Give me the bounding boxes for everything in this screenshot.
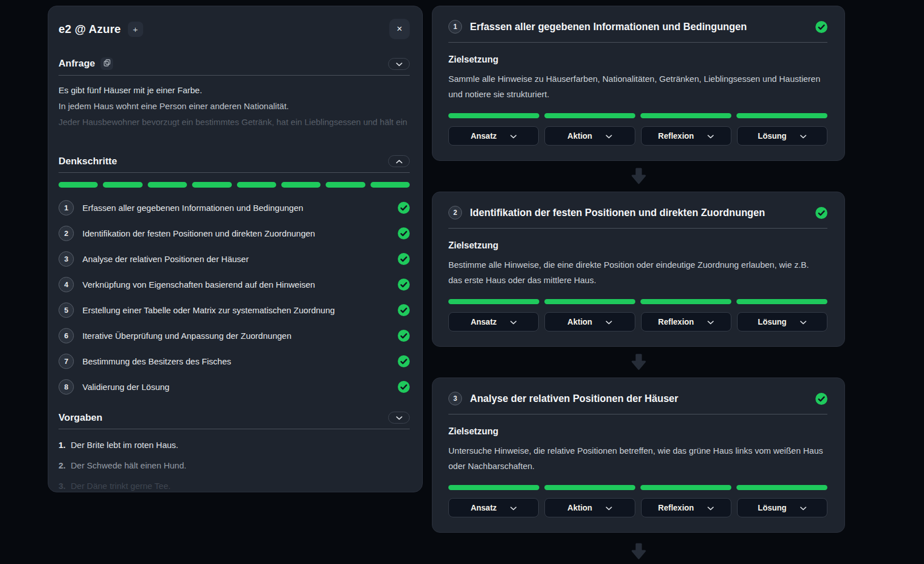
list-item[interactable]: 1 Erfassen aller gegebenen Informationen… [59, 200, 410, 215]
rule-text: Der Brite lebt im roten Haus. [71, 437, 178, 453]
dropdown-label: Reflexion [658, 131, 694, 140]
loesung-dropdown[interactable]: Lösung [737, 498, 827, 517]
card-title: Erfassen aller gegebenen Informationen u… [470, 21, 808, 33]
chevron-down-icon [800, 131, 806, 140]
step-label: Iterative Überprüfung und Anpassung der … [82, 331, 389, 341]
chevron-down-icon [606, 317, 612, 326]
progress-segment [544, 299, 635, 304]
check-icon [398, 253, 410, 265]
add-button[interactable]: + [128, 22, 143, 37]
divider [59, 429, 410, 429]
dropdown-label: Lösung [758, 503, 787, 512]
step-label: Verknüpfung von Eigenschaften basierend … [82, 280, 389, 289]
chevron-down-icon [396, 60, 402, 68]
dropdown-label: Ansatz [471, 317, 497, 326]
copy-button[interactable] [101, 57, 113, 70]
list-item[interactable]: 6 Iterative Überprüfung und Anpassung de… [59, 328, 410, 343]
chevron-down-icon [606, 131, 612, 140]
step-number-badge: 2 [59, 226, 74, 241]
rule-number: 2. [59, 458, 66, 474]
rule-number: 3. [59, 478, 66, 492]
check-icon [398, 304, 410, 316]
progress-segment [281, 182, 321, 188]
close-button[interactable]: × [389, 19, 410, 39]
list-item[interactable]: 5 Erstellung einer Tabelle oder Matrix z… [59, 302, 410, 318]
dropdown-label: Lösung [758, 317, 787, 326]
card-title: Identifikation der festen Positionen und… [470, 207, 808, 219]
progress-segment [736, 299, 827, 304]
list-item[interactable]: 2 Identifikation der festen Positionen u… [59, 226, 410, 241]
divider [448, 42, 827, 43]
ansatz-dropdown[interactable]: Ansatz [448, 312, 539, 331]
reflexion-dropdown[interactable]: Reflexion [641, 498, 731, 517]
chevron-down-icon [800, 317, 806, 326]
card-description: Sammle alle Hinweise zu Häuserfarben, Na… [448, 71, 823, 102]
close-icon: × [397, 23, 402, 35]
chevron-up-icon [396, 157, 402, 165]
divider [59, 75, 410, 76]
progress-segment [448, 485, 539, 490]
loesung-dropdown[interactable]: Lösung [737, 126, 827, 146]
chevron-down-icon [707, 503, 714, 512]
progress-segment [192, 182, 231, 188]
ansatz-dropdown[interactable]: Ansatz [448, 126, 539, 146]
dropdown-label: Aktion [568, 317, 593, 326]
loesung-dropdown[interactable]: Lösung [737, 312, 827, 331]
collapse-vorgaben-button[interactable] [388, 412, 410, 424]
reflexion-dropdown[interactable]: Reflexion [641, 312, 731, 331]
flow-column: 1 Erfassen aller gegebenen Informationen… [432, 6, 845, 560]
progress-segment [448, 113, 539, 118]
card-header: 1 Erfassen aller gegebenen Informationen… [448, 20, 827, 34]
divider [448, 414, 827, 414]
aktion-dropdown[interactable]: Aktion [544, 126, 635, 146]
step-number-badge: 1 [448, 20, 462, 34]
list-item[interactable]: 7 Bestimmung des Besitzers des Fisches [59, 354, 410, 369]
dropdown-label: Ansatz [471, 131, 497, 140]
card-header: 3 Analyse der relativen Positionen der H… [448, 392, 827, 405]
chevron-down-icon [707, 131, 714, 140]
list-item[interactable]: 3 Analyse der relativen Positionen der H… [59, 251, 410, 267]
dropdown-row: Ansatz Aktion Reflexion Lösung [448, 498, 827, 517]
aktion-dropdown[interactable]: Aktion [544, 498, 635, 517]
zielsetzung-heading: Zielsetzung [448, 240, 827, 251]
reflexion-dropdown[interactable]: Reflexion [641, 126, 731, 146]
step-number-badge: 6 [59, 328, 74, 343]
flow-card-1: 1 Erfassen aller gegebenen Informationen… [432, 6, 845, 161]
dropdown-label: Aktion [568, 131, 593, 140]
arrow-down-icon [630, 161, 647, 192]
zielsetzung-heading: Zielsetzung [448, 55, 827, 65]
chevron-down-icon [396, 413, 402, 422]
step-label: Bestimmung des Besitzers des Fisches [82, 356, 389, 366]
aktion-dropdown[interactable]: Aktion [544, 312, 635, 331]
list-item[interactable]: 8 Validierung der Lösung [59, 379, 410, 395]
step-number-badge: 1 [59, 200, 74, 215]
rule-text: Der Schwede hält einen Hund. [71, 458, 186, 474]
divider [448, 228, 827, 229]
collapse-denkschritte-button[interactable] [388, 155, 410, 167]
flow-card-3: 3 Analyse der relativen Positionen der H… [432, 378, 845, 533]
ansatz-dropdown[interactable]: Ansatz [448, 498, 539, 517]
arrow-down-icon [630, 533, 647, 560]
check-icon [398, 279, 410, 291]
progress-segment [736, 485, 827, 490]
list-item: 1. Der Brite lebt im roten Haus. [59, 437, 410, 453]
section-title: Denkschritte [59, 156, 117, 167]
collapse-anfrage-button[interactable] [388, 58, 410, 70]
check-icon [398, 330, 410, 342]
card-title: Analyse der relativen Positionen der Häu… [470, 393, 808, 405]
progress-segment [371, 182, 410, 188]
rule-text: Der Däne trinkt gerne Tee. [71, 478, 171, 492]
card-description: Untersuche Hinweise, die relative Positi… [448, 443, 823, 474]
step-label: Validierung der Lösung [82, 382, 389, 392]
anfrage-text: Es gibt fünf Häuser mit je einer Farbe. … [59, 82, 410, 140]
rules-list: 1. Der Brite lebt im roten Haus. 2. Der … [59, 437, 410, 492]
progress-segment [103, 182, 142, 188]
chevron-down-icon [707, 317, 714, 326]
section-header-vorgaben: Vorgaben [59, 412, 410, 424]
rule-number: 1. [59, 437, 66, 453]
step-label: Identifikation der festen Positionen und… [82, 229, 389, 238]
list-item[interactable]: 4 Verknüpfung von Eigenschaften basieren… [59, 277, 410, 292]
chevron-down-icon [800, 503, 806, 512]
check-icon [815, 21, 827, 33]
check-icon [398, 227, 410, 239]
